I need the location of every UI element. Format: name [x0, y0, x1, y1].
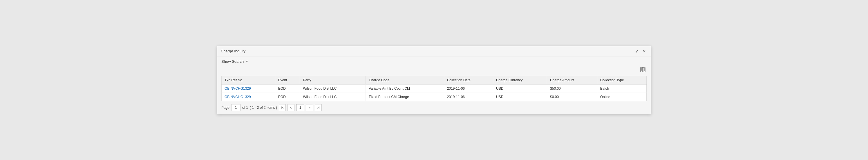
- col-charge-currency: Charge Currency: [493, 76, 547, 84]
- edit-columns-button[interactable]: [639, 67, 647, 74]
- cell-event: EOD: [275, 84, 300, 92]
- last-page-button[interactable]: >|: [315, 104, 322, 111]
- table-row: OBINVCHG1329EODWilson Food Dist LLCFixed…: [222, 92, 647, 101]
- next-page-button[interactable]: >: [306, 104, 313, 111]
- col-event: Event: [275, 76, 300, 84]
- charge-table: Txn Ref No. Event Party Charge Code Coll…: [221, 76, 647, 101]
- col-party: Party: [300, 76, 366, 84]
- items-info: ( 1 - 2 of 2 items ): [250, 106, 277, 110]
- dialog-body: Show Search ▼ T: [217, 56, 651, 114]
- show-search-row[interactable]: Show Search ▼: [221, 59, 647, 64]
- cell-charge-currency: USD: [493, 84, 547, 92]
- toolbar-row: [221, 67, 647, 74]
- col-txn-ref: Txn Ref No.: [222, 76, 275, 84]
- show-search-arrow-icon: ▼: [245, 60, 248, 63]
- col-charge-code: Charge Code: [366, 76, 444, 84]
- charge-inquiry-dialog: Charge Inquiry ⤢ ✕ Show Search ▼: [217, 46, 651, 114]
- prev-page-button[interactable]: <: [287, 104, 294, 111]
- expand-button[interactable]: ⤢: [634, 49, 640, 54]
- of-label: of 1: [242, 106, 248, 110]
- col-charge-amount: Charge Amount: [547, 76, 597, 84]
- cell-collection-type: Batch: [597, 84, 646, 92]
- cell-party: Wilson Food Dist LLC: [300, 84, 366, 92]
- col-collection-date: Collection Date: [444, 76, 493, 84]
- page-label: Page: [221, 106, 229, 110]
- dialog-titlebar: Charge Inquiry ⤢ ✕: [217, 46, 651, 56]
- svg-rect-0: [641, 68, 643, 72]
- cell-charge-amount: $50.00: [547, 84, 597, 92]
- cell-collection-date: 2019-11-06: [444, 84, 493, 92]
- col-collection-type: Collection Type: [597, 76, 646, 84]
- table-header-row: Txn Ref No. Event Party Charge Code Coll…: [222, 76, 647, 84]
- first-page-button[interactable]: |<: [279, 104, 286, 111]
- svg-rect-1: [643, 68, 645, 72]
- cell-collection-date: 2019-11-06: [444, 92, 493, 101]
- txn-ref-link[interactable]: OBINVCHG1329: [224, 95, 251, 99]
- cell-txn-ref: OBINVCHG1329: [222, 84, 275, 92]
- titlebar-actions: ⤢ ✕: [634, 49, 647, 54]
- cell-charge-amount: $0.00: [547, 92, 597, 101]
- page-number-input[interactable]: [231, 104, 241, 111]
- cell-charge-code: Variable Amt By Count CM: [366, 84, 444, 92]
- table-row: OBINVCHG1329EODWilson Food Dist LLCVaria…: [222, 84, 647, 92]
- cell-event: EOD: [275, 92, 300, 101]
- show-search-label: Show Search: [221, 59, 244, 64]
- current-page-display: 1: [296, 104, 304, 111]
- close-button[interactable]: ✕: [642, 49, 647, 54]
- dialog-title: Charge Inquiry: [221, 49, 245, 53]
- txn-ref-link[interactable]: OBINVCHG1329: [224, 86, 251, 90]
- pagination-row: Page of 1 ( 1 - 2 of 2 items ) |< < 1 > …: [221, 104, 647, 111]
- cell-party: Wilson Food Dist LLC: [300, 92, 366, 101]
- cell-charge-currency: USD: [493, 92, 547, 101]
- cell-txn-ref: OBINVCHG1329: [222, 92, 275, 101]
- cell-collection-type: Online: [597, 92, 646, 101]
- edit-columns-icon: [640, 67, 646, 72]
- cell-charge-code: Fixed Percent CM Charge: [366, 92, 444, 101]
